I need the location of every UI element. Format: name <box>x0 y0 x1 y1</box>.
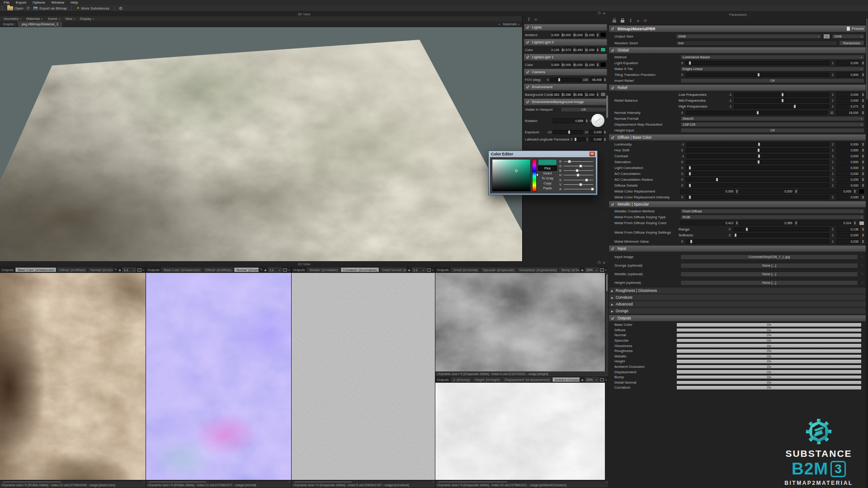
value-stepper[interactable] <box>604 78 606 81</box>
slider-track[interactable] <box>574 137 585 141</box>
output-tab-1-0[interactable]: 'Base Color' (id:basecolor) <box>161 267 202 272</box>
slider-track[interactable] <box>734 93 829 97</box>
slider-track[interactable] <box>686 178 829 182</box>
dropdown-metal-from-diffuse-keying-type[interactable]: RGB▾ <box>680 215 864 220</box>
zoom-level-dropdown[interactable]: 1:1▾ <box>268 267 282 272</box>
value-field[interactable]: 0,453 <box>576 47 584 52</box>
open-button[interactable]: Open <box>7 6 24 10</box>
value-field[interactable]: 0,200 <box>836 177 860 182</box>
dropdown-make-it-tile[interactable]: Edges Linear▾ <box>680 66 864 71</box>
value-field[interactable]: 0,271 <box>836 104 860 109</box>
slider-track[interactable] <box>686 166 829 170</box>
reset-icon[interactable]: ⟳ <box>644 19 647 23</box>
output-toggle-specular[interactable]: On <box>676 338 862 343</box>
value-field[interactable]: 0,000 <box>590 130 603 135</box>
section-checkbox[interactable] <box>611 316 615 320</box>
value-stepper[interactable] <box>862 99 864 102</box>
slider-handle[interactable] <box>568 131 570 134</box>
color-editor-titlebar[interactable]: Color Editor ✕ <box>489 151 597 157</box>
value-stepper[interactable] <box>604 131 606 134</box>
saturation-value-picker[interactable] <box>492 159 531 192</box>
slider-track[interactable] <box>687 142 829 146</box>
value-field[interactable]: 0,000 <box>798 189 853 194</box>
output-tab-4-3[interactable]: 'Ambient Occlusion' (id:ambientOcclusion… <box>552 377 580 382</box>
output-tab-0-0[interactable]: 'Base Color' (id:basecolor) <box>15 267 56 272</box>
value-field[interactable]: 1,000 <box>588 33 596 38</box>
fit-view-icon[interactable] <box>581 379 584 381</box>
section-header-camera[interactable]: Camera <box>524 69 607 75</box>
output-toggle-detail-normal[interactable]: On <box>676 380 862 385</box>
output-toggle-displacement[interactable]: On <box>676 370 862 374</box>
output-toggle-diffuse[interactable]: On <box>676 328 862 333</box>
output-tab-2-1[interactable]: 'Curvature' (id:curvature) <box>341 267 379 272</box>
output-tab-3-3[interactable]: 'Bump' (id:bump) <box>559 267 580 272</box>
value-stepper[interactable] <box>585 119 588 122</box>
output-tab-2-2[interactable]: 'Detail Normal' (id:detailnormal) <box>380 267 406 272</box>
value-field[interactable]: 0,000 <box>836 154 860 159</box>
value-stepper[interactable] <box>795 190 797 193</box>
presets-button[interactable]: Presets <box>847 27 864 31</box>
value-field[interactable]: 0,000 <box>552 62 561 67</box>
value-field[interactable]: 0,000 <box>836 61 860 66</box>
undock-panel-icon[interactable]: ❐ <box>598 12 600 15</box>
collapsed-section-grunge[interactable]: ▶Grunge <box>609 308 867 314</box>
section-header-outputs[interactable]: Outputs <box>609 315 867 321</box>
ambientocclusion-texture-image[interactable] <box>435 383 608 480</box>
value-field[interactable]: 0,396 <box>576 92 584 97</box>
value-field[interactable]: 0,000 <box>836 98 860 103</box>
drag-handle-icon[interactable]: ∷ <box>860 272 864 276</box>
value-field[interactable]: 0,000 <box>836 165 860 170</box>
slider-track[interactable] <box>733 227 829 231</box>
color-editor-paste-button[interactable]: Paste <box>538 186 557 191</box>
value-field[interactable]: 0,000 <box>739 189 793 194</box>
value-field[interactable]: 0,033 <box>836 239 860 244</box>
section-checkbox[interactable] <box>611 86 615 90</box>
slider-track[interactable] <box>686 160 829 164</box>
section-checkbox[interactable] <box>526 40 530 44</box>
slider-track[interactable] <box>686 172 829 176</box>
section-checkbox[interactable] <box>611 202 615 206</box>
slider-track[interactable] <box>734 104 829 108</box>
section-checkbox[interactable] <box>526 25 530 29</box>
slider-handle[interactable] <box>690 240 692 243</box>
refresh-icon[interactable]: ⟳ <box>27 6 30 10</box>
viewport-menu-geometry[interactable]: Geometry▾ <box>4 17 21 21</box>
viewport-menu-display[interactable]: Display▾ <box>80 17 94 21</box>
edit-pencil-icon[interactable]: ✎ <box>114 268 117 272</box>
value-stepper[interactable] <box>862 73 864 76</box>
collapsed-section-roughness-glossiness[interactable]: ▶Roughness | Glossiness <box>609 287 867 294</box>
channel-handle[interactable] <box>579 183 582 186</box>
fit-view-icon[interactable] <box>264 269 267 271</box>
output-tab-3-0[interactable]: 'ormal' (id:normal) <box>451 267 480 272</box>
color-editor-dialog[interactable]: Color Editor ✕ PickInvertTo GrayCopyPast… <box>488 150 598 195</box>
value-field[interactable]: 0,000 <box>552 33 561 38</box>
color-swatch[interactable] <box>600 92 606 97</box>
file-input-metallic-optional[interactable]: None [...] <box>680 272 858 277</box>
channel-handle[interactable] <box>568 160 571 163</box>
rotation-dial[interactable] <box>591 114 604 127</box>
graph-header[interactable]: Bitmap2MaterialPBR Presets <box>609 25 867 32</box>
value-stepper[interactable] <box>862 160 864 164</box>
value-field[interactable]: 16,000 <box>836 110 860 115</box>
color-editor-to-gray-button[interactable]: To Gray <box>538 176 557 181</box>
value-stepper[interactable] <box>862 111 864 114</box>
channel-track[interactable] <box>564 184 593 185</box>
lock-closed-icon[interactable] <box>621 20 624 23</box>
value-stepper[interactable] <box>862 172 864 175</box>
color-swatch[interactable] <box>600 47 606 52</box>
dropdown-displacement-map-resolution[interactable]: 128*128▾ <box>680 122 864 127</box>
output-toggle-metallic[interactable]: On <box>676 354 862 359</box>
random-seed-field[interactable]: 0x0 <box>676 41 837 46</box>
value-field[interactable]: 0,573 <box>564 47 572 52</box>
viewport-menu-materials[interactable]: Materials▾ <box>26 17 42 21</box>
channel-track[interactable] <box>564 170 593 171</box>
slider-handle[interactable] <box>794 105 796 108</box>
color-swatch[interactable] <box>600 33 606 37</box>
collapsed-section-curvature[interactable]: ▶Curvature <box>609 294 867 300</box>
value-field[interactable]: 0,126 <box>552 47 561 52</box>
section-header-global[interactable]: Global <box>609 47 867 53</box>
output-toggle-curvature[interactable]: On <box>676 385 862 390</box>
output-toggle-base-color[interactable]: On <box>676 323 862 327</box>
list-icon[interactable]: ≡ <box>535 17 537 22</box>
color-swatch[interactable] <box>859 221 864 225</box>
